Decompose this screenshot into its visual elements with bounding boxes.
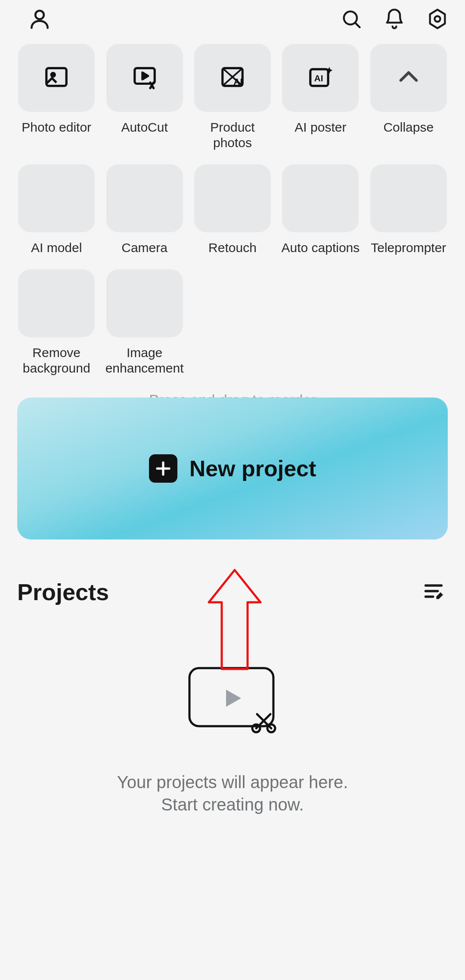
tool-label: Image enhancement [105,345,183,376]
settings-button[interactable] [422,4,453,35]
new-project-label: New project [189,456,316,481]
tool-label: Auto captions [281,240,360,256]
chevron-up-icon [395,64,422,92]
svg-rect-5 [46,68,67,86]
tool-ai-poster[interactable]: AI AI poster [281,44,360,151]
tool-label: Remove background [17,345,96,376]
projects-empty-state: Your projects will appear here. Start cr… [0,666,465,816]
product-photos-icon: AI [219,64,246,92]
tool-label: Retouch [208,240,257,256]
tool-collapse[interactable]: Collapse [369,44,448,151]
tool-image-enhancement[interactable]: Image enhancement [105,269,183,376]
tool-camera[interactable]: Camera [105,164,183,256]
autocut-icon [131,64,158,92]
tool-grid: Photo editor AutoCut AI Produ [0,40,465,376]
settings-icon [426,8,449,32]
top-bar [0,0,465,40]
plus-icon [149,454,177,483]
new-project-button[interactable]: New project [17,398,448,539]
tool-label: Camera [121,240,167,256]
svg-marker-19 [226,690,241,707]
sort-edit-icon [423,580,445,604]
svg-line-2 [355,23,360,27]
empty-projects-text: Your projects will appear here. Start cr… [117,771,348,816]
tool-autocut[interactable]: AutoCut [105,44,183,151]
tool-label: Photo editor [22,120,91,135]
search-button[interactable] [336,4,367,35]
tool-label: AI model [31,240,82,256]
svg-point-6 [51,73,55,77]
svg-point-4 [435,16,440,22]
tool-product-photos[interactable]: AI Product photos [193,44,272,151]
tool-photo-editor[interactable]: Photo editor [17,44,96,151]
svg-marker-3 [430,9,445,28]
tool-label: AutoCut [121,120,167,135]
tool-label: AI poster [294,120,346,135]
svg-marker-8 [142,73,148,80]
search-icon [340,8,363,32]
ai-poster-icon: AI [307,64,334,92]
svg-text:AI: AI [234,77,243,86]
profile-icon [28,7,52,33]
tool-ai-model[interactable]: AI model [17,164,96,256]
sort-edit-button[interactable] [420,578,448,606]
projects-title: Projects [17,579,420,605]
notifications-button[interactable] [379,4,410,35]
empty-projects-icon [187,666,278,741]
tool-teleprompter[interactable]: Teleprompter [369,164,448,256]
tool-auto-captions[interactable]: Auto captions [281,164,360,256]
tool-label: Teleprompter [371,240,446,256]
tool-label: Product photos [193,120,272,151]
svg-text:AI: AI [314,73,323,83]
tool-remove-background[interactable]: Remove background [17,269,96,376]
profile-button[interactable] [24,4,55,35]
projects-header: Projects [0,578,465,606]
tool-retouch[interactable]: Retouch [193,164,272,256]
tool-label: Collapse [383,120,434,135]
bell-icon [383,8,406,32]
svg-point-0 [35,11,44,19]
photo-editor-icon [43,64,70,92]
